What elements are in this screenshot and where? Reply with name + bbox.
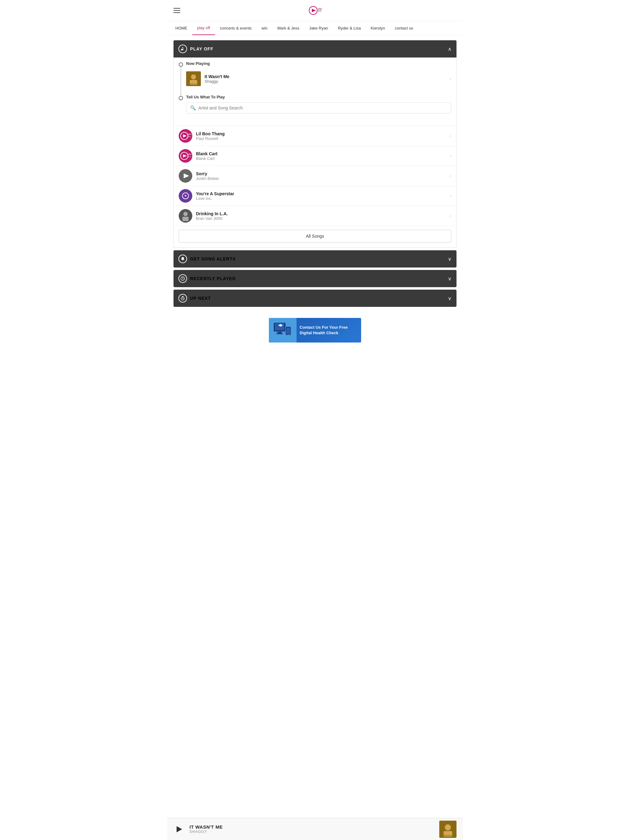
song-list: play 101. Lil Boo Thang Paul Russell › bbox=[174, 126, 456, 226]
song-row-0[interactable]: play 101. Lil Boo Thang Paul Russell › bbox=[174, 126, 456, 146]
ad-container: Contact Us For Your Free Digital Health … bbox=[174, 313, 456, 347]
svg-rect-37 bbox=[280, 324, 281, 327]
main-nav: HOME play off concerts & events win Mark… bbox=[167, 21, 463, 35]
song-row-2[interactable]: Sorry Justin Bieber › bbox=[174, 166, 456, 186]
song-search-input[interactable] bbox=[198, 106, 447, 111]
song-artist-4: Bran Van 3000 bbox=[196, 216, 450, 221]
svg-point-25 bbox=[184, 212, 188, 216]
main-content: PLAY OFF ∧ Now Playing bbox=[167, 35, 463, 377]
svg-marker-1 bbox=[312, 9, 316, 12]
song-chevron-0: › bbox=[450, 133, 451, 139]
svg-text:SHAGGY: SHAGGY bbox=[190, 83, 197, 85]
now-playing-thumb: SHAGGY bbox=[186, 71, 201, 86]
song-title-3: You're A Superstar bbox=[196, 191, 450, 196]
recently-played-section[interactable]: RECENTLY PLAYED ∨ bbox=[174, 270, 456, 287]
timeline: Now Playing SHAGGY bbox=[174, 57, 456, 126]
svg-text:✦: ✦ bbox=[184, 194, 187, 198]
recently-played-title: RECENTLY PLAYED bbox=[190, 276, 236, 281]
timeline-dot-1 bbox=[179, 62, 183, 67]
song-artist-2: Justin Bieber bbox=[196, 176, 450, 181]
svg-rect-34 bbox=[287, 328, 290, 334]
ad-text: Contact Us For Your Free Digital Health … bbox=[296, 325, 361, 336]
song-title-1: Blank Cart bbox=[196, 151, 450, 156]
playoff-chevron-up: ∧ bbox=[448, 46, 451, 52]
nav-mark-jess[interactable]: Mark & Jess bbox=[272, 22, 304, 35]
svg-text:play: play bbox=[188, 153, 192, 155]
song-info-2: Sorry Justin Bieber bbox=[196, 171, 450, 181]
svg-rect-31 bbox=[277, 332, 282, 333]
song-chevron-1: › bbox=[450, 153, 451, 159]
svg-text:play: play bbox=[188, 133, 192, 135]
playoff-header-left: PLAY OFF bbox=[179, 44, 214, 53]
timeline-line-1 bbox=[180, 67, 181, 97]
ad-banner[interactable]: Contact Us For Your Free Digital Health … bbox=[269, 318, 361, 343]
song-info-0: Lil Boo Thang Paul Russell bbox=[196, 131, 450, 141]
now-playing-track-row[interactable]: SHAGGY It Wasn't Me Shaggy › bbox=[186, 69, 451, 88]
tell-us-label: Tell Us What To Play bbox=[186, 95, 451, 99]
now-playing-track-info: It Wasn't Me Shaggy bbox=[204, 74, 450, 84]
song-thumb-3: ✦ bbox=[179, 189, 192, 203]
nav-contact[interactable]: contact us bbox=[390, 22, 418, 35]
song-artist-1: Blank Cart bbox=[196, 156, 450, 161]
song-title-2: Sorry bbox=[196, 171, 450, 176]
playoff-header[interactable]: PLAY OFF ∧ bbox=[174, 40, 456, 57]
up-next-section[interactable]: UP NEXT ∨ bbox=[174, 290, 456, 307]
svg-text:101.: 101. bbox=[318, 10, 322, 12]
all-songs-button[interactable]: All Songs bbox=[179, 230, 451, 243]
up-next-left: UP NEXT bbox=[179, 294, 211, 303]
svg-point-35 bbox=[288, 334, 289, 335]
nav-ryder-lisa[interactable]: Ryder & Lisa bbox=[333, 22, 366, 35]
song-row-3[interactable]: ✦ You're A Superstar Love Inc. › bbox=[174, 186, 456, 206]
song-row-4[interactable]: Drinking In L.A. Bran Van 3000 › bbox=[174, 206, 456, 226]
now-playing-chevron: › bbox=[450, 76, 451, 82]
now-playing-track-artist: Shaggy bbox=[204, 79, 450, 84]
timer-icon bbox=[179, 294, 187, 303]
song-row-1[interactable]: play 101. Blank Cart Blank Cart › bbox=[174, 146, 456, 166]
recently-played-chevron: ∨ bbox=[448, 276, 451, 282]
song-thumb-1: play 101. bbox=[179, 149, 192, 163]
svg-rect-30 bbox=[275, 324, 284, 330]
now-playing-item: Now Playing SHAGGY bbox=[179, 61, 451, 88]
header: play 101. 3 bbox=[167, 0, 463, 21]
get-song-alerts-left: GET SONG ALERTS bbox=[179, 254, 236, 263]
get-song-alerts-chevron: ∨ bbox=[448, 256, 451, 262]
clock-icon bbox=[179, 274, 187, 283]
up-next-chevron: ∨ bbox=[448, 295, 451, 301]
song-thumb-0: play 101. bbox=[179, 129, 192, 143]
timeline-dot-2 bbox=[179, 96, 183, 100]
search-icon: 🔍 bbox=[190, 105, 196, 111]
nav-home[interactable]: HOME bbox=[171, 22, 192, 35]
playoff-body: Now Playing SHAGGY bbox=[174, 57, 456, 248]
now-playing-content: Now Playing SHAGGY bbox=[186, 61, 451, 88]
song-chevron-2: › bbox=[450, 173, 451, 178]
svg-point-6 bbox=[191, 74, 196, 79]
logo-svg: play 101. 3 bbox=[308, 4, 322, 17]
tell-us-item: Tell Us What To Play 🔍 bbox=[179, 95, 451, 116]
ad-image bbox=[269, 318, 296, 343]
nav-concerts[interactable]: concerts & events bbox=[215, 22, 256, 35]
song-title-0: Lil Boo Thang bbox=[196, 131, 450, 136]
song-info-4: Drinking In L.A. Bran Van 3000 bbox=[196, 211, 450, 221]
svg-rect-26 bbox=[182, 217, 188, 221]
get-song-alerts-title: GET SONG ALERTS bbox=[190, 256, 236, 261]
song-thumb-4 bbox=[179, 209, 192, 223]
bell-icon bbox=[179, 254, 187, 263]
logo[interactable]: play 101. 3 bbox=[308, 4, 322, 17]
song-info-1: Blank Cart Blank Cart bbox=[196, 151, 450, 161]
hamburger-menu[interactable] bbox=[174, 8, 180, 13]
get-song-alerts-section[interactable]: GET SONG ALERTS ∨ bbox=[174, 250, 456, 267]
up-next-title: UP NEXT bbox=[190, 296, 211, 301]
tell-us-content: Tell Us What To Play 🔍 bbox=[186, 95, 451, 116]
song-info-3: You're A Superstar Love Inc. bbox=[196, 191, 450, 201]
nav-jake-ryan[interactable]: Jake Ryan bbox=[304, 22, 333, 35]
song-title-4: Drinking In L.A. bbox=[196, 211, 450, 216]
song-artist-0: Paul Russell bbox=[196, 136, 450, 141]
song-search-box: 🔍 bbox=[186, 103, 451, 114]
nav-play-off[interactable]: play off bbox=[192, 21, 215, 35]
svg-rect-32 bbox=[276, 333, 283, 334]
playoff-section: PLAY OFF ∧ Now Playing bbox=[174, 40, 456, 248]
nav-win[interactable]: win bbox=[256, 22, 272, 35]
nav-kierstyn[interactable]: Kierstyn bbox=[366, 22, 390, 35]
playoff-title: PLAY OFF bbox=[190, 46, 214, 51]
recently-played-left: RECENTLY PLAYED bbox=[179, 274, 236, 283]
